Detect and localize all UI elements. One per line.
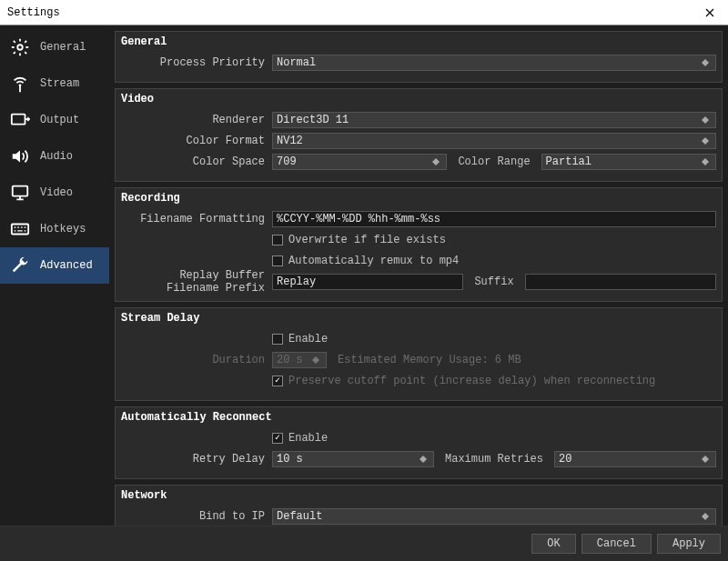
updown-icon xyxy=(699,456,712,463)
color-space-select[interactable]: 709 xyxy=(272,154,447,170)
updown-icon xyxy=(699,137,712,145)
replay-prefix-label: Replay Buffer Filename Prefix xyxy=(121,269,272,295)
sidebar-item-label: General xyxy=(40,41,86,54)
auto-reconnect-enable-checkbox[interactable] xyxy=(272,433,283,444)
sidebar-item-label: Hotkeys xyxy=(40,223,86,235)
cancel-button[interactable]: Cancel xyxy=(581,534,652,554)
sidebar-item-stream[interactable]: Stream xyxy=(0,65,109,102)
speaker-icon xyxy=(9,145,31,167)
updown-icon xyxy=(699,513,712,520)
group-general: General Process Priority Normal xyxy=(115,31,723,83)
preserve-cutoff-label: Preserve cutoff point (increase delay) w… xyxy=(288,375,655,387)
retry-delay-label: Retry Delay xyxy=(121,453,272,466)
group-title: Recording xyxy=(121,192,716,205)
auto-reconnect-enable-label: Enable xyxy=(288,432,328,445)
renderer-select[interactable]: Direct3D 11 xyxy=(272,112,716,128)
sidebar-item-label: Output xyxy=(40,114,79,126)
replay-suffix-input[interactable] xyxy=(525,274,716,290)
ok-button[interactable]: OK xyxy=(531,534,575,554)
updown-icon xyxy=(699,116,712,124)
titlebar: Settings xyxy=(0,0,728,25)
main-panel: General Process Priority Normal Video Re… xyxy=(109,25,728,526)
renderer-label: Renderer xyxy=(121,114,272,126)
group-auto-reconnect: Automatically Reconnect Enable Retry Del… xyxy=(115,406,723,479)
updown-icon xyxy=(430,158,442,165)
sidebar-item-label: Video xyxy=(40,186,73,199)
updown-icon xyxy=(699,59,712,66)
wrench-icon xyxy=(9,255,31,276)
svg-rect-4 xyxy=(12,225,28,235)
group-title: Stream Delay xyxy=(121,312,716,325)
overwrite-label: Overwrite if file exists xyxy=(288,234,446,246)
group-title: Automatically Reconnect xyxy=(121,411,716,424)
svg-rect-2 xyxy=(12,115,25,125)
sidebar-item-hotkeys[interactable]: Hotkeys xyxy=(0,211,109,247)
updown-icon xyxy=(699,158,712,165)
gear-icon xyxy=(9,36,31,58)
group-network: Network Bind to IP Default Dynamically c… xyxy=(115,485,723,526)
updown-icon xyxy=(309,356,322,364)
sidebar-item-output[interactable]: Output xyxy=(0,102,109,138)
sidebar-item-general[interactable]: General xyxy=(0,29,109,65)
keyboard-icon xyxy=(9,218,31,240)
process-priority-select[interactable]: Normal xyxy=(272,55,716,71)
process-priority-label: Process Priority xyxy=(121,56,272,69)
overwrite-checkbox[interactable] xyxy=(272,235,283,245)
filename-formatting-input[interactable] xyxy=(272,211,716,227)
group-stream-delay: Stream Delay Enable Duration 20 s Estima… xyxy=(115,307,723,401)
color-range-select[interactable]: Partial xyxy=(541,154,716,170)
bind-ip-label: Bind to IP xyxy=(121,510,272,523)
sidebar-item-label: Advanced xyxy=(40,259,93,272)
group-video: Video Renderer Direct3D 11 Color Format … xyxy=(115,88,723,182)
stream-delay-enable-checkbox[interactable] xyxy=(272,334,283,345)
duration-label: Duration xyxy=(121,354,272,366)
sidebar-item-label: Audio xyxy=(40,150,73,163)
group-title: General xyxy=(121,35,716,48)
bind-ip-select[interactable]: Default xyxy=(272,508,716,525)
group-title: Network xyxy=(121,489,716,502)
color-format-select[interactable]: NV12 xyxy=(272,133,716,149)
duration-spinner[interactable]: 20 s xyxy=(272,352,327,368)
footer: OK Cancel Apply xyxy=(0,526,728,561)
apply-button[interactable]: Apply xyxy=(657,534,721,554)
sidebar-item-advanced[interactable]: Advanced xyxy=(0,247,109,284)
svg-rect-3 xyxy=(13,186,28,196)
sidebar: General Stream Output Audio Video Hotkey… xyxy=(0,25,109,526)
antenna-icon xyxy=(9,73,31,95)
max-retries-spinner[interactable]: 20 xyxy=(554,451,716,467)
stream-delay-enable-label: Enable xyxy=(288,333,328,346)
suffix-label: Suffix xyxy=(469,275,519,288)
color-format-label: Color Format xyxy=(121,135,272,147)
filename-formatting-label: Filename Formatting xyxy=(121,213,272,225)
estimated-memory-label: Estimated Memory Usage: 6 MB xyxy=(332,354,527,366)
color-range-label: Color Range xyxy=(452,155,535,168)
monitor-icon xyxy=(9,182,31,204)
window-title: Settings xyxy=(7,6,60,19)
sidebar-item-label: Stream xyxy=(40,77,79,90)
max-retries-label: Maximum Retries xyxy=(440,453,549,466)
replay-prefix-input[interactable] xyxy=(272,274,463,290)
output-icon xyxy=(9,109,31,131)
sidebar-item-video[interactable]: Video xyxy=(0,175,109,211)
svg-point-0 xyxy=(17,45,23,50)
remux-checkbox[interactable] xyxy=(272,255,283,266)
updown-icon xyxy=(417,456,430,463)
group-recording: Recording Filename Formatting Overwrite … xyxy=(115,187,723,302)
sidebar-item-audio[interactable]: Audio xyxy=(0,138,109,175)
retry-delay-spinner[interactable]: 10 s xyxy=(272,451,434,467)
color-space-label: Color Space xyxy=(121,155,272,168)
close-button[interactable] xyxy=(699,2,721,24)
remux-label: Automatically remux to mp4 xyxy=(288,255,459,267)
group-title: Video xyxy=(121,93,716,105)
preserve-cutoff-checkbox[interactable] xyxy=(272,376,283,386)
